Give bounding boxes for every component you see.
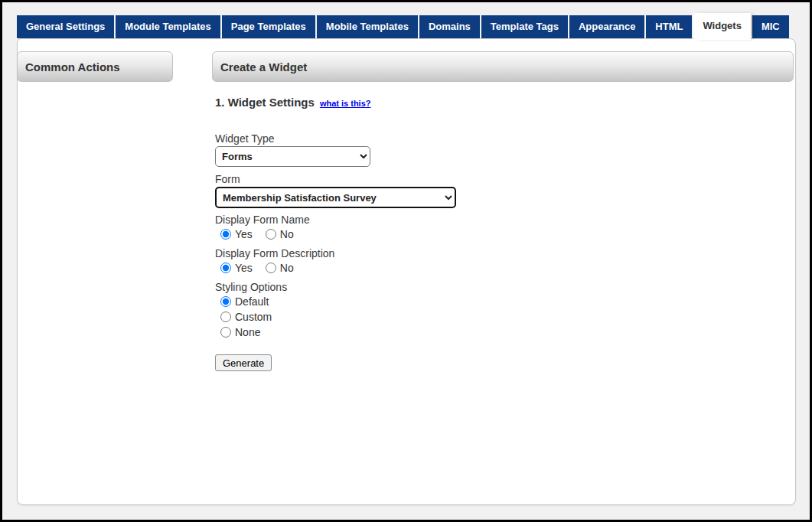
display-form-description-options: Yes No (220, 262, 294, 274)
what-is-this-link[interactable]: what is this? (320, 99, 371, 108)
styling-none-radio[interactable] (220, 327, 231, 338)
display-form-description-yes-radio[interactable] (220, 263, 231, 273)
content-panel: Common Actions Create a Widget 1. Widget… (17, 38, 796, 505)
styling-option-default: Default (220, 295, 269, 308)
tab-module-templates[interactable]: Module Templates (116, 15, 220, 38)
widget-type-label: Widget Type (215, 132, 275, 145)
display-form-description-no-label: No (280, 262, 294, 274)
styling-default-option[interactable]: Default (220, 295, 269, 308)
tab-mobile-templates[interactable]: Mobile Templates (317, 15, 418, 38)
styling-default-label: Default (235, 295, 269, 308)
common-actions-header: Common Actions (17, 51, 173, 82)
form-select[interactable]: Membership Satisfaction Survey (215, 187, 456, 208)
styling-none-label: None (235, 326, 260, 338)
tab-html[interactable]: HTML (646, 15, 692, 38)
settings-tab-bar: General Settings Module Templates Page T… (17, 15, 789, 40)
display-form-name-no-option[interactable]: No (266, 228, 294, 240)
widget-settings-section: 1. Widget Settings what is this? (215, 96, 371, 109)
styling-custom-radio[interactable] (220, 312, 231, 322)
display-form-description-no-option[interactable]: No (266, 262, 294, 274)
display-form-name-no-label: No (280, 228, 294, 240)
generate-button[interactable]: Generate (215, 354, 272, 371)
styling-custom-option[interactable]: Custom (220, 311, 272, 323)
display-form-description-yes-label: Yes (235, 262, 253, 274)
display-form-name-options: Yes No (220, 228, 294, 240)
section-title: 1. Widget Settings (215, 96, 315, 109)
display-form-name-no-radio[interactable] (266, 229, 276, 240)
widgets-admin-page: { "tabs": [ {"label": "General Settings"… (0, 0, 812, 522)
tab-domains[interactable]: Domains (419, 15, 480, 38)
form-label: Form (215, 173, 240, 185)
styling-custom-label: Custom (235, 311, 272, 323)
styling-option-custom: Custom (220, 311, 272, 323)
widget-type-select[interactable]: Forms (215, 146, 370, 167)
display-form-description-label: Display Form Description (215, 247, 334, 259)
display-form-name-label: Display Form Name (215, 214, 310, 226)
display-form-name-yes-radio[interactable] (220, 229, 231, 240)
tab-page-templates[interactable]: Page Templates (222, 15, 315, 38)
display-form-name-yes-option[interactable]: Yes (220, 228, 253, 240)
tab-appearance[interactable]: Appearance (569, 15, 644, 38)
common-actions-header-label: Common Actions (25, 60, 120, 73)
styling-default-radio[interactable] (220, 296, 231, 307)
styling-none-option[interactable]: None (220, 326, 260, 338)
tab-template-tags[interactable]: Template Tags (481, 15, 568, 38)
display-form-description-no-radio[interactable] (266, 263, 276, 273)
display-form-description-yes-option[interactable]: Yes (220, 262, 253, 274)
tab-general-settings[interactable]: General Settings (17, 15, 114, 38)
widget-form: 1. Widget Settings what is this? Widget … (215, 39, 797, 504)
display-form-name-yes-label: Yes (235, 228, 253, 240)
tab-mic[interactable]: MIC (752, 15, 789, 38)
styling-options-label: Styling Options (215, 281, 287, 293)
tab-widgets[interactable]: Widgets (693, 13, 750, 40)
styling-option-none: None (220, 326, 260, 338)
